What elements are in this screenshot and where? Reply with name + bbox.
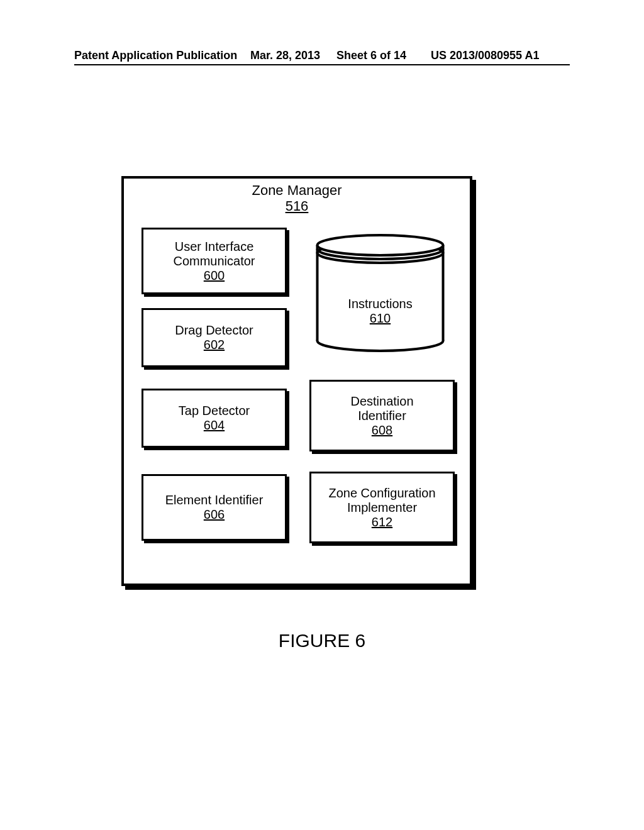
module-label: Tap Detector — [143, 404, 285, 418]
figure-caption: FIGURE 6 — [0, 630, 644, 651]
module-user-interface-communicator: User Interface Communicator 600 — [142, 228, 287, 294]
cylinder-icon — [309, 234, 451, 352]
zone-manager-title: Zone Manager 516 — [124, 182, 470, 214]
module-ref: 600 — [143, 268, 285, 283]
module-zone-configuration-implementer: Zone Configuration Implementer 612 — [309, 472, 455, 543]
zone-manager-ref: 516 — [124, 198, 470, 214]
module-label: Instructions — [309, 297, 451, 311]
header-sheet: Sheet 6 of 14 — [336, 49, 406, 62]
module-label: Identifier — [311, 409, 453, 423]
zone-manager-container: Zone Manager 516 User Interface Communic… — [121, 176, 472, 586]
module-label: Communicator — [143, 254, 285, 268]
svg-point-5 — [318, 235, 443, 255]
module-label: Implementer — [311, 501, 453, 515]
module-label: User Interface — [143, 240, 285, 254]
header-publication-number: US 2013/0080955 A1 — [431, 49, 539, 62]
module-ref: 602 — [143, 338, 285, 352]
module-label: Destination — [311, 394, 453, 409]
module-ref: 610 — [309, 311, 451, 326]
module-ref: 606 — [143, 507, 285, 522]
module-label: Drag Detector — [143, 323, 285, 338]
module-tap-detector: Tap Detector 604 — [142, 389, 287, 448]
module-element-identifier: Element Identifier 606 — [142, 474, 287, 541]
module-destination-identifier: Destination Identifier 608 — [309, 380, 455, 451]
zone-manager-label: Zone Manager — [124, 182, 470, 198]
header-date: Mar. 28, 2013 — [250, 49, 320, 62]
module-drag-detector: Drag Detector 602 — [142, 308, 287, 367]
header-publication-type: Patent Application Publication — [74, 49, 237, 62]
module-ref: 604 — [143, 418, 285, 433]
module-label: Element Identifier — [143, 493, 285, 507]
module-instructions-datastore: Instructions 610 — [309, 234, 451, 352]
module-ref: 608 — [311, 423, 453, 438]
module-label: Zone Configuration — [311, 486, 453, 501]
module-ref: 612 — [311, 515, 453, 529]
header-rule — [74, 64, 570, 65]
